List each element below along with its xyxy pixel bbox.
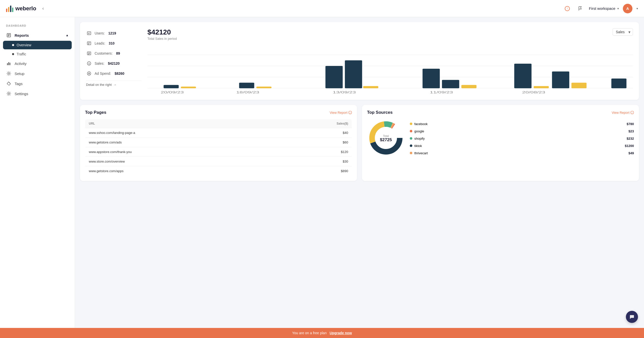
svg-rect-35 — [572, 83, 587, 88]
upgrade-link[interactable]: Upgrade now — [330, 331, 352, 335]
detail-link-text: Detail on the right — [86, 83, 112, 87]
top-pages-header: Top Pages View Report i — [85, 110, 352, 115]
sidebar-item-reports[interactable]: Reports ▲ — [0, 30, 75, 40]
source-row: google $23 — [410, 128, 634, 135]
reports-label: Reports — [15, 33, 29, 37]
top-sources-view-report[interactable]: View Report i — [612, 111, 634, 115]
sources-view-report-text: View Report — [612, 111, 629, 115]
sidebar-item-setup[interactable]: Setup — [0, 68, 75, 79]
page-url: www.store.com/overview — [85, 157, 283, 166]
workspace-selector[interactable]: First workspace ▾ — [589, 6, 619, 11]
sidebar-section-label: DASHBOARD — [0, 22, 75, 30]
overview-dot — [12, 44, 14, 46]
chart-select-wrap: Sales Traffic Leads — [613, 28, 633, 36]
stats-panel: Users: 1219 Leads: 310 Customers: 89 — [86, 28, 141, 94]
page-url: www.appstore.com/thank-you — [85, 147, 283, 157]
sidebar-item-overview[interactable]: Overview — [3, 41, 72, 49]
view-report-icon: i — [348, 111, 352, 114]
source-dot — [410, 130, 412, 132]
flag-icon — [578, 6, 583, 11]
stat-adspend: Ad Spend: $8260 — [86, 68, 141, 79]
page-sales: $60 — [283, 138, 352, 147]
top-pages-card: Top Pages View Report i URL Sales($) ww — [80, 105, 357, 181]
svg-text:i: i — [350, 112, 350, 114]
table-row: www.getstore.com/ads$60 — [85, 138, 352, 147]
avatar-chevron: ▾ — [636, 7, 638, 10]
bar-chart: 20/09/23 18/09/23 13/09/23 11/09/23 20/0… — [147, 44, 633, 94]
top-sources-title: Top Sources — [367, 110, 393, 115]
table-row: www.store.com/overview$30 — [85, 157, 352, 166]
leads-label: Leads: — [95, 41, 105, 45]
sources-view-report-icon: i — [630, 111, 634, 114]
chart-subtitle: Total Sales in period — [147, 37, 177, 41]
svg-point-9 — [8, 73, 10, 74]
svg-text:11/09/23: 11/09/23 — [430, 91, 453, 94]
sidebar-item-activity[interactable]: Activity — [0, 58, 75, 68]
detail-link[interactable]: Detail on the right → — [86, 83, 141, 87]
sales-value: $42120 — [108, 61, 120, 65]
page-sales: $120 — [283, 147, 352, 157]
source-value: $49 — [628, 151, 634, 155]
top-bar-right: ! First workspace ▾ A ▾ — [563, 4, 638, 13]
top-pages-title: Top Pages — [85, 110, 106, 115]
source-value: $23 — [628, 129, 634, 133]
users-label: Users: — [95, 31, 105, 35]
notifications-button[interactable]: ! — [563, 4, 572, 13]
logo-icon — [6, 5, 13, 12]
sidebar-item-tags[interactable]: Tags — [0, 79, 75, 89]
logo-text: weberlo — [15, 5, 36, 12]
page-url: www.sshoo.com/landing-page-a — [85, 128, 283, 138]
source-name: google — [414, 129, 424, 133]
svg-rect-25 — [256, 87, 271, 88]
sales-icon: $ — [86, 60, 92, 66]
svg-rect-13 — [87, 42, 91, 45]
chart-header: $42120 Total Sales in period Sales Traff… — [147, 28, 633, 41]
top-pages-view-report[interactable]: View Report i — [330, 111, 352, 115]
summary-card: Users: 1219 Leads: 310 Customers: 89 — [80, 22, 639, 100]
svg-rect-26 — [326, 66, 343, 88]
svg-rect-27 — [345, 60, 362, 88]
view-report-text: View Report — [330, 111, 347, 115]
customers-label: Customers: — [95, 51, 113, 55]
table-row: www.appstore.com/thank-you$120 — [85, 147, 352, 157]
sources-list: facebook $780 google $23 shopify $232 ti… — [410, 120, 634, 157]
setup-icon — [6, 71, 12, 76]
svg-rect-12 — [87, 32, 91, 35]
svg-point-10 — [9, 83, 10, 83]
bottom-row: Top Pages View Report i URL Sales($) ww — [80, 105, 639, 181]
svg-text:i: i — [632, 112, 632, 114]
donut-center: Total $2725 — [380, 134, 392, 142]
chat-bubble[interactable] — [626, 311, 638, 323]
col-sales: Sales($) — [283, 119, 352, 128]
donut-chart: Total $2725 — [367, 119, 405, 158]
svg-rect-33 — [534, 86, 549, 88]
traffic-dot — [12, 53, 14, 55]
avatar[interactable]: A — [623, 4, 632, 13]
source-row: thrivecart $49 — [410, 149, 634, 157]
tags-label: Tags — [15, 82, 23, 86]
activity-label: Activity — [15, 61, 27, 66]
sidebar-item-traffic[interactable]: Traffic — [0, 50, 75, 58]
svg-rect-32 — [514, 64, 532, 88]
col-url: URL — [85, 119, 283, 128]
chart-total: $42120 — [147, 28, 177, 36]
settings-icon — [6, 91, 12, 96]
upgrade-banner: You are on a free plan Upgrade now — [0, 328, 644, 338]
top-bar-left: weberlo ‹ — [6, 5, 46, 12]
activity-icon — [6, 61, 12, 66]
chart-total-wrap: $42120 Total Sales in period — [147, 28, 177, 41]
source-row: facebook $780 — [410, 120, 634, 128]
svg-text:18/09/23: 18/09/23 — [236, 91, 259, 94]
back-button[interactable]: ‹ — [40, 5, 46, 12]
content-area: Users: 1219 Leads: 310 Customers: 89 — [75, 17, 644, 338]
source-name-wrap: tiktok — [410, 144, 422, 148]
stat-leads: Leads: 310 — [86, 38, 141, 48]
flag-button[interactable] — [576, 4, 585, 13]
sources-body: Total $2725 facebook $780 google $23 sho… — [367, 119, 634, 158]
page-sales: $890 — [283, 166, 352, 176]
leads-value: 310 — [109, 41, 114, 45]
sidebar-item-settings[interactable]: Settings — [0, 89, 75, 99]
page-url: www.getstore.com/apps — [85, 166, 283, 176]
svg-rect-8 — [10, 63, 10, 65]
chart-select[interactable]: Sales Traffic Leads — [613, 28, 633, 36]
